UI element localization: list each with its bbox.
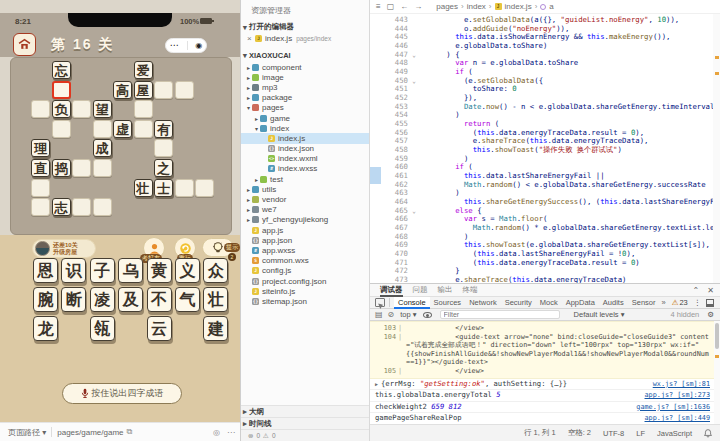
file-icon[interactable]: ▢ — [387, 2, 395, 11]
grid-cell-filled[interactable]: 捣 — [52, 159, 71, 177]
letter-tile[interactable]: 识 — [61, 258, 86, 283]
breadcrumb-index[interactable]: index — [467, 2, 486, 11]
devtools-tab-security[interactable]: Security — [501, 297, 536, 309]
grid-cell-filled[interactable]: 忘 — [52, 61, 71, 79]
log-source-link[interactable]: app.js? [sm]:449 — [645, 413, 710, 424]
tree-item-vendor[interactable]: ▸vendor — [241, 194, 369, 204]
letter-tile[interactable]: 恩 — [33, 258, 58, 283]
console-warning-block[interactable]: 103| </view>104| <guide-text arrow="none… — [370, 321, 720, 379]
debugger-tab-4[interactable]: 终端 — [463, 284, 478, 297]
tree-item-index.js[interactable]: Jindex.js — [241, 133, 369, 143]
letter-tile[interactable]: 义 — [175, 258, 200, 283]
grid-cell-filled[interactable]: 成 — [93, 139, 112, 157]
grid-cell-filled[interactable]: 高 — [113, 81, 132, 99]
upgrade-house-button[interactable]: 还差10关 升级房屋 — [32, 239, 96, 258]
grid-cell-empty[interactable] — [31, 100, 50, 118]
chevron-right-icon[interactable]: ▸ — [245, 216, 252, 223]
chevron-right-icon[interactable]: ▸ — [245, 74, 252, 81]
console-log-row[interactable]: checkWeight2 659 812game.js? [sm]:1636 — [370, 402, 720, 414]
tree-item-mp3[interactable]: ▸mp3 — [241, 82, 369, 92]
log-levels-dropdown[interactable]: Default levels ▾ — [574, 310, 625, 319]
debugger-tab-3[interactable]: 输出 — [438, 284, 453, 297]
devtools-tab-mock[interactable]: Mock — [536, 297, 562, 309]
chevron-right-icon[interactable]: ▸ — [245, 196, 252, 203]
grid-cell-filled[interactable]: 理 — [31, 139, 50, 157]
letter-tile[interactable]: 不 — [147, 287, 172, 312]
letter-tile[interactable]: 乌 — [118, 258, 143, 283]
letter-tile[interactable]: 龙 — [33, 316, 58, 341]
grid-cell-filled[interactable]: 直 — [31, 159, 50, 177]
outline-section[interactable]: ▸ 大纲 — [241, 405, 369, 417]
letter-tile[interactable]: 及 — [118, 287, 143, 312]
dock-side-icon[interactable] — [706, 299, 714, 307]
ellipsis-icon[interactable]: ⋯ — [227, 428, 235, 437]
debugger-tab-2[interactable]: 问题 — [413, 284, 428, 297]
language-mode[interactable]: JavaScript — [657, 429, 692, 438]
fold-icon[interactable]: ⌄ — [408, 77, 420, 86]
letter-tile[interactable]: 腕 — [33, 287, 58, 312]
chevron-right-icon[interactable]: ▸ — [253, 176, 260, 183]
clear-console-icon[interactable]: ⊘ — [388, 310, 395, 319]
grid-cell-empty[interactable] — [134, 100, 153, 118]
grid-cell-empty[interactable] — [154, 139, 173, 157]
chevron-right-icon[interactable]: ▸ — [245, 186, 252, 193]
grid-cell-empty[interactable] — [72, 198, 91, 216]
chevron-right-icon[interactable]: ▸ — [245, 84, 252, 91]
context-selector[interactable]: top ▾ — [400, 310, 416, 319]
project-header[interactable]: ▾ XIAOXUCAI — [241, 49, 369, 61]
home-button[interactable] — [13, 33, 36, 56]
fold-icon[interactable]: ⌄ — [408, 51, 420, 60]
timeline-section[interactable]: ▸ 时间线 — [241, 417, 369, 429]
more-tabs-icon[interactable]: » — [661, 298, 665, 307]
code-line[interactable]: 473 e.shareTrace(this.data.energyTraceDa… — [370, 276, 720, 283]
grid-cell-filled[interactable]: 爱 — [134, 61, 153, 79]
hidden-count[interactable]: 4 hidden — [670, 310, 699, 319]
cursor-position[interactable]: 行 1, 列 1 — [524, 428, 556, 438]
letter-tile[interactable]: 众 — [203, 258, 228, 283]
tree-item-siteinfo.js[interactable]: Jsiteinfo.js — [241, 286, 369, 296]
tree-item-component[interactable]: ▸component — [241, 62, 369, 72]
voice-button[interactable]: 按住说出四字成语 — [62, 383, 182, 404]
capsule-menu[interactable]: ⋯ ◉ — [165, 38, 207, 53]
tree-item-index[interactable]: ▾index — [241, 123, 369, 133]
breadcrumb[interactable]: pages › index › J index.js › a — [436, 2, 554, 11]
open-editors-header[interactable]: ▾ 打开的编辑器 — [241, 21, 369, 33]
close-icon[interactable]: × — [247, 34, 255, 43]
grid-cell-filled[interactable]: 之 — [154, 159, 173, 177]
page-path-dropdown[interactable]: 页面路径 ▾ — [8, 427, 46, 438]
grid-cell-empty[interactable] — [31, 198, 50, 216]
grid-cell-filled[interactable]: 虚 — [113, 120, 132, 138]
tree-item-index.wxss[interactable]: #index.wxss — [241, 164, 369, 174]
grid-cell-filled[interactable]: 屋 — [134, 81, 153, 99]
log-source-link[interactable]: game.js? [sm]:1636 — [636, 402, 710, 413]
close-icon[interactable]: ✕ — [707, 286, 714, 295]
devtools-tab-console[interactable]: Console — [394, 297, 430, 309]
indent-setting[interactable]: 空格: 2 — [568, 428, 591, 438]
tree-item-common.wxs[interactable]: Scommon.wxs — [241, 256, 369, 266]
devtools-tab-sources[interactable]: Sources — [430, 297, 466, 309]
grid-cell-filled[interactable]: 负 — [52, 100, 71, 118]
grid-cell-filled[interactable]: 壮 — [134, 179, 153, 197]
console-sidebar-icon[interactable]: ▤ — [375, 310, 383, 319]
code-area[interactable]: 443 e.setGlobalData(a({}, "guideList.noE… — [370, 14, 720, 283]
log-source-link[interactable]: wx.js? [sm]:81 — [653, 379, 710, 390]
console-log-row[interactable]: this.globalData.energyTotal 5app.js? [sm… — [370, 390, 720, 402]
warning-badge[interactable]: ⚠23 — [672, 298, 688, 307]
letter-tile[interactable]: 瓴 — [90, 316, 115, 341]
tree-item-sitemap.json[interactable]: {}sitemap.json — [241, 296, 369, 306]
letter-tile[interactable]: 建 — [203, 316, 228, 341]
letter-tile[interactable]: 云 — [147, 316, 172, 341]
outline-icon[interactable]: ≡ — [376, 2, 381, 11]
tree-item-config.js[interactable]: Jconfig.js — [241, 266, 369, 276]
tree-item-index.wxml[interactable]: <>index.wxml — [241, 154, 369, 164]
grid-cell-filled[interactable]: 望 — [93, 100, 112, 118]
tree-item-package[interactable]: ▸package — [241, 93, 369, 103]
letter-tile[interactable]: 黄 — [147, 258, 172, 283]
grid-cell-empty[interactable] — [93, 159, 112, 177]
grid-cell-empty[interactable] — [72, 100, 91, 118]
letter-tile[interactable]: 凌 — [90, 287, 115, 312]
breadcrumb-file[interactable]: index.js — [505, 2, 532, 11]
console-scrollbar[interactable] — [714, 321, 720, 424]
eol-setting[interactable]: LF — [636, 429, 645, 438]
log-source-link[interactable]: app.js? [sm]:273 — [645, 390, 710, 401]
